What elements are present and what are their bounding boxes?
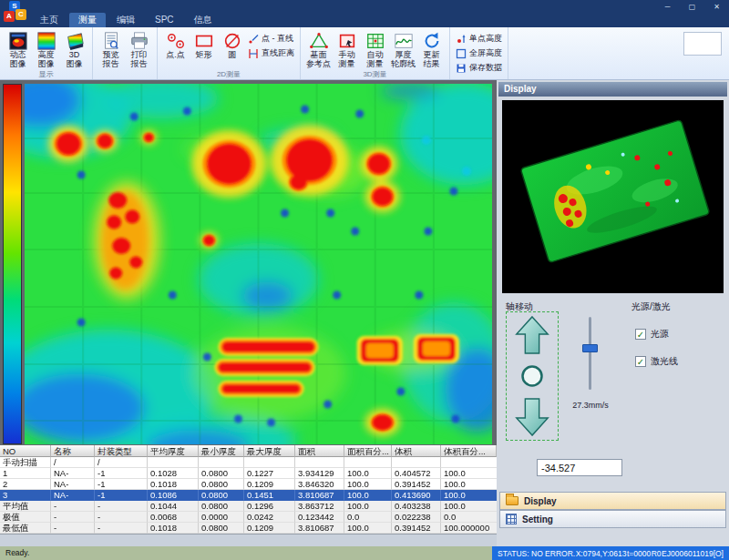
3d-board-render: [502, 100, 724, 293]
table-cell: 0.1044: [148, 501, 199, 512]
logo-letter-a: A: [4, 11, 15, 22]
axis-up-button[interactable]: [514, 315, 550, 355]
table-row[interactable]: 极值--0.00680.00000.02420.1234420.00.02223…: [0, 512, 497, 523]
group-label-2d-measure: 2D测量: [158, 69, 300, 79]
table-header-row: NO 名称 封装类型 平均厚度 最小厚度 最大厚度 面积 面积百分... 体积 …: [0, 445, 497, 457]
table-cell: 0.1451: [244, 490, 295, 501]
manual-measure-button[interactable]: 手动 测量: [333, 30, 361, 68]
button-label: 图像: [10, 60, 26, 69]
table-row[interactable]: 最低值--0.10180.08000.12093.810687100.00.39…: [0, 523, 497, 534]
column-header[interactable]: 平均厚度: [148, 445, 199, 457]
checkbox-laser-line[interactable]: ✓ 激光线: [635, 355, 678, 368]
point-line-button[interactable]: 点 - 直线: [246, 32, 296, 46]
single-point-height-icon: [456, 34, 467, 45]
table-cell: 0.0068: [148, 512, 199, 523]
table-cell: 100.0: [441, 490, 497, 501]
auto-measure-button[interactable]: 自动 测量: [361, 30, 389, 68]
line-distance-icon: [248, 48, 259, 59]
slider-handle[interactable]: [582, 344, 598, 352]
line-distance-button[interactable]: 直线距离: [246, 46, 296, 60]
table-cell: 0.1028: [148, 468, 199, 479]
group-label-3d-measure: 3D测量: [301, 69, 449, 79]
table-row-selected[interactable]: 3NA--10.10860.08000.14513.810687100.00.4…: [0, 490, 497, 501]
height-image-button[interactable]: 高度 图像: [32, 30, 60, 68]
table-cell: 100.0: [344, 468, 392, 479]
column-header[interactable]: 名称: [51, 445, 95, 457]
full-screen-height-button[interactable]: 全屏高度: [454, 46, 504, 60]
save-data-button[interactable]: 保存数据: [454, 61, 504, 75]
point-point-button[interactable]: 点.点: [161, 30, 190, 60]
table-cell: /: [95, 457, 148, 468]
column-header[interactable]: 最小厚度: [199, 445, 244, 457]
table-cell: 0.1296: [244, 501, 295, 512]
table-cell: 0.413690: [392, 490, 441, 501]
folder-icon: [506, 496, 519, 505]
table-row[interactable]: 1NA--10.10280.08000.12273.934129100.00.4…: [0, 468, 497, 479]
table-cell: 0.1086: [148, 490, 199, 501]
table-cell: -1: [95, 479, 148, 490]
column-header[interactable]: 体积: [392, 445, 441, 457]
rectangle-button[interactable]: 矩形: [190, 30, 218, 60]
status-time: t=0000: [627, 549, 651, 558]
button-label: 测量: [367, 60, 384, 69]
column-header[interactable]: 面积百分...: [344, 445, 392, 457]
speed-slider[interactable]: [577, 317, 602, 390]
column-header[interactable]: 最大厚度: [244, 445, 295, 457]
column-header[interactable]: 封装类型: [95, 445, 148, 457]
minimize-button[interactable]: ─: [655, 0, 680, 14]
circle-button[interactable]: 圆: [218, 30, 246, 60]
single-point-height-button[interactable]: 单点高度: [454, 32, 504, 46]
close-button[interactable]: ✕: [704, 0, 729, 14]
column-header[interactable]: 面积: [295, 445, 344, 457]
nav-setting[interactable]: Setting: [499, 510, 726, 528]
rectangle-icon: [194, 31, 214, 51]
nav-display[interactable]: Display: [499, 492, 726, 510]
update-result-button[interactable]: 更新 结果: [417, 30, 446, 68]
button-label: 参考点: [306, 60, 331, 69]
table-icon: [506, 514, 517, 524]
table-cell: -1: [95, 490, 148, 501]
ribbon-group-3d-measure: 基面 参考点 手动 测量 自动 测量 厚度: [301, 27, 450, 79]
table-cell: 0.0: [441, 512, 497, 523]
ribbon-group-2d-measure: 点.点 矩形 圆 点 - 直线: [158, 27, 301, 79]
height-map-view[interactable]: [25, 84, 492, 444]
table-row[interactable]: 平均值--0.10440.08000.12963.863712100.00.40…: [0, 501, 497, 512]
table-cell: [295, 457, 344, 468]
tab-edit[interactable]: 编辑: [108, 13, 144, 27]
table-cell: 3.934129: [295, 468, 344, 479]
thickness-profile-button[interactable]: 厚度 轮廓线: [389, 30, 417, 68]
checkbox-light-box[interactable]: ✓: [635, 329, 646, 340]
3d-view[interactable]: [502, 100, 724, 293]
column-header[interactable]: NO: [0, 445, 51, 457]
table-row[interactable]: 2NA--10.10180.08000.12093.846320100.00.3…: [0, 479, 497, 490]
tab-measure[interactable]: 测量: [69, 13, 106, 27]
table-row[interactable]: 手动扫描//: [0, 457, 497, 468]
print-report-button[interactable]: 打印 报告: [125, 30, 153, 68]
manual-measure-icon: [337, 31, 357, 51]
axis-down-button[interactable]: [514, 397, 550, 437]
nav-display-label: Display: [524, 496, 557, 506]
tab-home[interactable]: 主页: [31, 13, 67, 27]
display-panel-header: Display: [498, 82, 727, 97]
checkbox-laser-line-box[interactable]: ✓: [635, 356, 646, 367]
table-cell: 0.0800: [199, 523, 244, 534]
base-reference-button[interactable]: 基面 参考点: [304, 30, 333, 68]
checkbox-light[interactable]: ✓ 光源: [635, 328, 669, 341]
ribbon-group-quick: 单点高度 全屏高度 保存数据: [450, 27, 508, 79]
position-input[interactable]: [537, 459, 622, 476]
dynamic-image-button[interactable]: 动态 图像: [4, 30, 32, 68]
height-map-image[interactable]: [25, 84, 492, 444]
tab-spc[interactable]: SPC: [146, 13, 183, 27]
preview-report-button[interactable]: 预览 报告: [97, 30, 125, 68]
slider-track[interactable]: [589, 317, 591, 390]
maximize-button[interactable]: ▢: [680, 0, 704, 14]
table-cell: 0.0800: [199, 501, 244, 512]
tab-info[interactable]: 信息: [185, 13, 221, 27]
column-header[interactable]: 体积百分...: [441, 445, 497, 457]
table-cell: NA-: [51, 479, 95, 490]
3d-image-button[interactable]: 3D 图像: [60, 30, 88, 68]
status-coords: X:0794,Y:0613: [576, 549, 627, 558]
axis-stop-button[interactable]: [519, 362, 546, 390]
table-cell: 0.1209: [244, 479, 295, 490]
table-cell: NA-: [51, 490, 95, 501]
